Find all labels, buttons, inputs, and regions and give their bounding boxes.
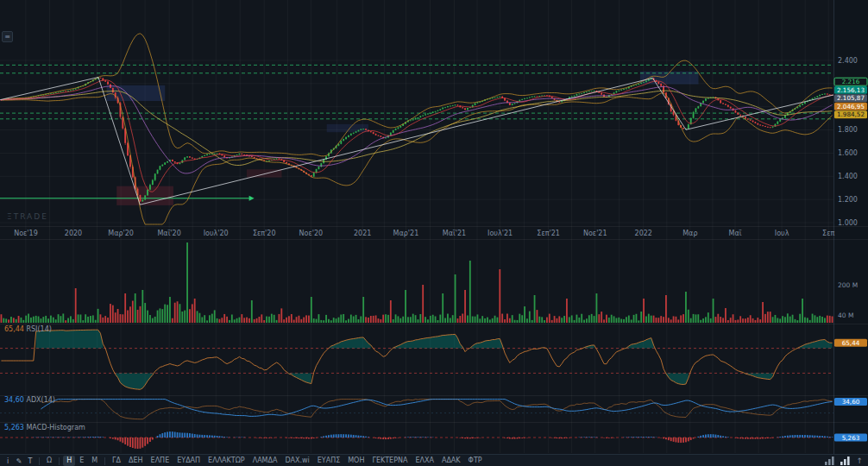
pencil-icon[interactable]: ✎ [14, 457, 24, 465]
svg-text:1.600: 1.600 [838, 149, 858, 157]
chart-canvas[interactable]: 2.4002.2002.0001.8001.6001.4001.2001.000… [0, 0, 868, 454]
trading-app: 2.4002.2002.0001.8001.6001.4001.2001.000… [0, 0, 868, 466]
toolbar-right-group: ↑ [825, 457, 868, 465]
divider [104, 457, 105, 465]
svg-text:1.800: 1.800 [838, 126, 858, 134]
svg-text:Ιουλ'21: Ιουλ'21 [487, 230, 513, 237]
svg-text:Μαϊ: Μαϊ [729, 230, 742, 237]
svg-text:2021: 2021 [354, 230, 371, 237]
symbol-tab-8[interactable]: ΜΟΗ [344, 456, 368, 466]
svg-text:65,44 RSI(14): 65,44 RSI(14) [4, 325, 52, 333]
svg-text:2.216: 2.216 [842, 78, 860, 85]
svg-text:1.200: 1.200 [838, 196, 858, 204]
svg-text:Σεπ: Σεπ [822, 230, 834, 237]
symbol-tab-3[interactable]: ΕΥΔΑΠ [173, 456, 204, 466]
svg-text:Μαρ'21: Μαρ'21 [393, 230, 419, 237]
svg-text:Νοε'21: Νοε'21 [583, 230, 607, 237]
svg-text:Ιουλ'20: Ιουλ'20 [204, 230, 229, 237]
svg-text:Μαϊ'21: Μαϊ'21 [443, 230, 466, 237]
symbol-tab-12[interactable]: ΦΤΡ [465, 456, 486, 466]
symbol-tab-9[interactable]: ΓΕΚΤΕΡΝΑ [368, 456, 411, 466]
timeframe-Ε-button[interactable]: Ε [76, 456, 87, 466]
svg-text:2022: 2022 [635, 230, 652, 237]
svg-text:2.046,95: 2.046,95 [837, 103, 865, 110]
panel-toggle-icon[interactable]: ≡ [2, 31, 13, 42]
chart-area[interactable]: 2.4002.2002.0001.8001.6001.4001.2001.000… [0, 0, 868, 454]
info-icon[interactable]: i [3, 457, 13, 465]
svg-text:65,44: 65,44 [842, 339, 860, 347]
svg-text:Ιουλ: Ιουλ [775, 230, 789, 237]
svg-text:2.400: 2.400 [838, 57, 858, 65]
svg-text:Νοε'19: Νοε'19 [14, 230, 38, 237]
arrow-up-icon[interactable]: ↑ [856, 457, 863, 465]
symbol-tab-6[interactable]: DAX.wi [281, 456, 312, 466]
toolbar-left-group: i✎TΩΗΕΜΓΔΔΕΗΕΛΠΕΕΥΔΑΠΕΛΛΑΚΤΩΡΛΑΜΔΑDAX.wi… [0, 456, 486, 466]
svg-text:200 M: 200 M [838, 281, 858, 289]
svg-text:1.984,52: 1.984,52 [837, 110, 865, 118]
svg-text:Νοε'20: Νοε'20 [299, 230, 324, 237]
svg-text:5,263 MACD-Histogram: 5,263 MACD-Histogram [4, 424, 85, 431]
symbol-tab-0[interactable]: ΓΔ [109, 456, 124, 466]
timeframe-Η-button[interactable]: Η [63, 456, 75, 466]
svg-text:Μαρ: Μαρ [682, 230, 697, 237]
symbol-tab-7[interactable]: ΕΥΑΠΣ [314, 456, 343, 466]
symbol-tab-11[interactable]: ΑΔΑΚ [438, 456, 464, 466]
svg-text:1.400: 1.400 [838, 173, 858, 180]
svg-text:2.156,13: 2.156,13 [837, 86, 865, 94]
svg-text:34,60 ADX(14): 34,60 ADX(14) [4, 396, 55, 404]
bottom-toolbar: i✎TΩΗΕΜΓΔΔΕΗΕΛΠΕΕΥΔΑΠΕΛΛΑΚΤΩΡΛΑΜΔΑDAX.wi… [0, 454, 868, 466]
divider [39, 457, 40, 465]
timeframe-omega-button[interactable]: Ω [43, 456, 55, 466]
timeframe-Μ-button[interactable]: Μ [88, 456, 101, 466]
bar-chart-small-icon[interactable] [825, 457, 834, 465]
svg-text:5,263: 5,263 [842, 434, 860, 442]
symbol-tab-2[interactable]: ΕΛΠΕ [148, 456, 173, 466]
svg-text:Σεπ'20: Σεπ'20 [253, 230, 276, 237]
svg-text:34,60: 34,60 [842, 398, 860, 406]
svg-text:Σεπ'21: Σεπ'21 [537, 230, 560, 237]
symbol-tab-1[interactable]: ΔΕΗ [125, 456, 147, 466]
svg-text:40 M: 40 M [838, 312, 853, 319]
symbol-tab-5[interactable]: ΛΑΜΔΑ [249, 456, 281, 466]
svg-text:1.000: 1.000 [838, 219, 858, 227]
divider [59, 457, 60, 465]
svg-text:Μαρ'20: Μαρ'20 [108, 230, 134, 237]
svg-text:2020: 2020 [65, 230, 82, 237]
svg-text:2.105,87: 2.105,87 [837, 94, 865, 102]
svg-text:Μαϊ'20: Μαϊ'20 [157, 230, 180, 237]
text-tool-icon[interactable]: T [25, 457, 35, 465]
symbol-tab-10[interactable]: ΕΛΧΑ [412, 456, 437, 466]
bar-chart-large-icon[interactable] [840, 457, 850, 465]
symbol-tab-4[interactable]: ΕΛΛΑΚΤΩΡ [204, 456, 248, 466]
